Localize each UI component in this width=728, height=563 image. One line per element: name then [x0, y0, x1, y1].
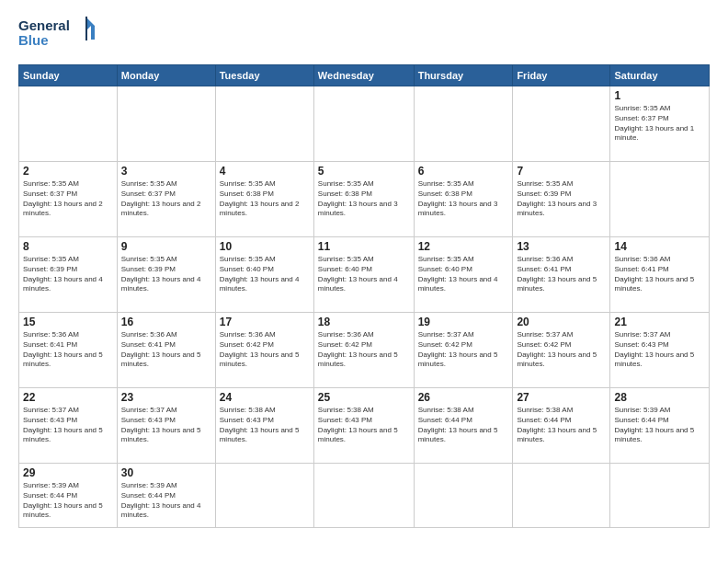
calendar-header-wednesday: Wednesday — [313, 65, 414, 86]
calendar-cell-day-29: 29 Sunrise: 5:39 AMSunset: 6:44 PMDaylig… — [19, 464, 118, 528]
cell-content: Sunrise: 5:37 AMSunset: 6:43 PMDaylight:… — [121, 406, 211, 445]
day-number: 7 — [517, 165, 606, 178]
day-number: 16 — [121, 316, 211, 328]
cell-content: Sunrise: 5:35 AMSunset: 6:39 PMDaylight:… — [517, 179, 606, 219]
calendar-week-4: 15 Sunrise: 5:36 AMSunset: 6:41 PMDaylig… — [19, 313, 710, 388]
day-number: 17 — [220, 316, 310, 328]
cell-content: Sunrise: 5:39 AMSunset: 6:44 PMDaylight:… — [614, 406, 705, 445]
day-number: 2 — [23, 165, 113, 178]
calendar-week-2: 2 Sunrise: 5:35 AMSunset: 6:37 PMDayligh… — [19, 162, 710, 237]
calendar-empty-cell — [313, 464, 414, 528]
calendar-cell-day-24: 24 Sunrise: 5:38 AMSunset: 6:43 PMDaylig… — [215, 388, 313, 464]
calendar-cell-day-10: 10 Sunrise: 5:35 AMSunset: 6:40 PMDaylig… — [215, 237, 313, 313]
calendar-cell-day-7: 7 Sunrise: 5:35 AMSunset: 6:39 PMDayligh… — [513, 162, 610, 237]
calendar-header-row: SundayMondayTuesdayWednesdayThursdayFrid… — [19, 65, 710, 86]
calendar-header-saturday: Saturday — [610, 65, 710, 86]
day-number: 30 — [121, 466, 211, 479]
calendar-cell-day-4: 4 Sunrise: 5:35 AMSunset: 6:38 PMDayligh… — [215, 162, 313, 237]
svg-text:Blue: Blue — [18, 32, 49, 48]
day-number: 20 — [517, 316, 606, 328]
cell-content: Sunrise: 5:35 AMSunset: 6:40 PMDaylight:… — [220, 255, 310, 294]
day-number: 18 — [318, 316, 410, 328]
cell-content: Sunrise: 5:35 AMSunset: 6:37 PMDaylight:… — [23, 179, 113, 219]
cell-content: Sunrise: 5:35 AMSunset: 6:39 PMDaylight:… — [121, 255, 211, 294]
cell-content: Sunrise: 5:36 AMSunset: 6:42 PMDaylight:… — [220, 330, 310, 370]
calendar-empty-cell — [313, 86, 414, 162]
calendar-header-sunday: Sunday — [19, 65, 118, 86]
calendar-cell-day-26: 26 Sunrise: 5:38 AMSunset: 6:44 PMDaylig… — [414, 388, 513, 464]
cell-content: Sunrise: 5:35 AMSunset: 6:40 PMDaylight:… — [418, 255, 509, 294]
day-number: 1 — [614, 89, 705, 102]
calendar-header-monday: Monday — [117, 65, 215, 86]
calendar-cell-day-15: 15 Sunrise: 5:36 AMSunset: 6:41 PMDaylig… — [19, 313, 118, 388]
day-number: 4 — [220, 165, 310, 178]
calendar-cell-day-22: 22 Sunrise: 5:37 AMSunset: 6:43 PMDaylig… — [19, 388, 118, 464]
calendar-cell-day-12: 12 Sunrise: 5:35 AMSunset: 6:40 PMDaylig… — [414, 237, 513, 313]
calendar-cell-day-14: 14 Sunrise: 5:36 AMSunset: 6:41 PMDaylig… — [610, 237, 710, 313]
calendar-week-5: 22 Sunrise: 5:37 AMSunset: 6:43 PMDaylig… — [19, 388, 710, 464]
calendar-empty-cell — [117, 86, 215, 162]
cell-content: Sunrise: 5:36 AMSunset: 6:41 PMDaylight:… — [23, 330, 113, 370]
cell-content: Sunrise: 5:38 AMSunset: 6:43 PMDaylight:… — [318, 406, 410, 445]
cell-content: Sunrise: 5:36 AMSunset: 6:41 PMDaylight:… — [517, 255, 606, 294]
calendar-cell-day-21: 21 Sunrise: 5:37 AMSunset: 6:43 PMDaylig… — [610, 313, 710, 388]
day-number: 26 — [418, 391, 509, 404]
calendar-empty-cell — [513, 464, 610, 528]
day-number: 14 — [614, 240, 705, 253]
calendar-cell-day-5: 5 Sunrise: 5:35 AMSunset: 6:38 PMDayligh… — [313, 162, 414, 237]
cell-content: Sunrise: 5:37 AMSunset: 6:43 PMDaylight:… — [23, 406, 113, 445]
day-number: 6 — [418, 165, 509, 178]
calendar-cell-day-27: 27 Sunrise: 5:38 AMSunset: 6:44 PMDaylig… — [513, 388, 610, 464]
day-number: 29 — [23, 466, 113, 479]
day-number: 15 — [23, 316, 113, 328]
cell-content: Sunrise: 5:39 AMSunset: 6:44 PMDaylight:… — [23, 481, 113, 521]
calendar-cell-day-3: 3 Sunrise: 5:35 AMSunset: 6:37 PMDayligh… — [117, 162, 215, 237]
calendar-header-tuesday: Tuesday — [215, 65, 313, 86]
cell-content: Sunrise: 5:36 AMSunset: 6:42 PMDaylight:… — [318, 330, 410, 370]
calendar-cell-day-19: 19 Sunrise: 5:37 AMSunset: 6:42 PMDaylig… — [414, 313, 513, 388]
calendar-cell-day-2: 2 Sunrise: 5:35 AMSunset: 6:37 PMDayligh… — [19, 162, 118, 237]
cell-content: Sunrise: 5:35 AMSunset: 6:40 PMDaylight:… — [318, 255, 410, 294]
day-number: 13 — [517, 240, 606, 253]
day-number: 22 — [23, 391, 113, 404]
calendar-cell-day-11: 11 Sunrise: 5:35 AMSunset: 6:40 PMDaylig… — [313, 237, 414, 313]
page: General Blue SundayMondayTuesdayWednesda… — [0, 0, 728, 563]
calendar-cell-day-30: 30 Sunrise: 5:39 AMSunset: 6:44 PMDaylig… — [117, 464, 215, 528]
calendar-week-3: 8 Sunrise: 5:35 AMSunset: 6:39 PMDayligh… — [19, 237, 710, 313]
day-number: 11 — [318, 240, 410, 253]
calendar-empty-cell — [215, 86, 313, 162]
calendar-empty-cell — [215, 464, 313, 528]
day-number: 10 — [220, 240, 310, 253]
calendar-cell-day-16: 16 Sunrise: 5:36 AMSunset: 6:41 PMDaylig… — [117, 313, 215, 388]
cell-content: Sunrise: 5:35 AMSunset: 6:37 PMDaylight:… — [614, 104, 705, 144]
calendar-cell-day-20: 20 Sunrise: 5:37 AMSunset: 6:42 PMDaylig… — [513, 313, 610, 388]
day-number: 9 — [121, 240, 211, 253]
svg-rect-3 — [85, 17, 87, 40]
day-number: 27 — [517, 391, 606, 404]
calendar-empty-cell — [513, 86, 610, 162]
calendar: SundayMondayTuesdayWednesdayThursdayFrid… — [18, 64, 710, 528]
calendar-empty-cell — [414, 464, 513, 528]
calendar-empty-cell — [414, 86, 513, 162]
calendar-header-thursday: Thursday — [414, 65, 513, 86]
cell-content: Sunrise: 5:39 AMSunset: 6:44 PMDaylight:… — [121, 481, 211, 521]
calendar-week-6: 29 Sunrise: 5:39 AMSunset: 6:44 PMDaylig… — [19, 464, 710, 528]
calendar-cell-day-9: 9 Sunrise: 5:35 AMSunset: 6:39 PMDayligh… — [117, 237, 215, 313]
day-number: 24 — [220, 391, 310, 404]
svg-marker-2 — [87, 18, 98, 40]
day-number: 28 — [614, 391, 705, 404]
calendar-week-1: 1 Sunrise: 5:35 AMSunset: 6:37 PMDayligh… — [19, 86, 710, 162]
cell-content: Sunrise: 5:37 AMSunset: 6:42 PMDaylight:… — [517, 330, 606, 370]
cell-content: Sunrise: 5:35 AMSunset: 6:39 PMDaylight:… — [23, 255, 113, 294]
cell-content: Sunrise: 5:38 AMSunset: 6:43 PMDaylight:… — [220, 406, 310, 445]
logo-svg: General Blue — [18, 14, 101, 55]
calendar-cell-day-13: 13 Sunrise: 5:36 AMSunset: 6:41 PMDaylig… — [513, 237, 610, 313]
cell-content: Sunrise: 5:36 AMSunset: 6:41 PMDaylight:… — [121, 330, 211, 370]
header: General Blue — [18, 14, 710, 55]
day-number: 21 — [614, 316, 705, 328]
cell-content: Sunrise: 5:37 AMSunset: 6:42 PMDaylight:… — [418, 330, 509, 370]
calendar-empty-cell — [610, 464, 710, 528]
calendar-cell-day-6: 6 Sunrise: 5:35 AMSunset: 6:38 PMDayligh… — [414, 162, 513, 237]
day-number: 23 — [121, 391, 211, 404]
cell-content: Sunrise: 5:35 AMSunset: 6:38 PMDaylight:… — [220, 179, 310, 219]
